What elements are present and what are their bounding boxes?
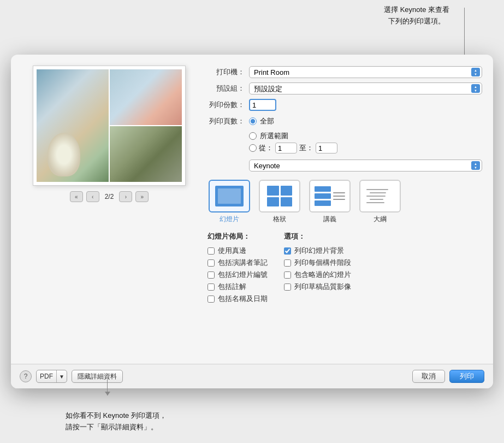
layout-annotation-label: 包括註解	[218, 282, 246, 292]
print-options-col: 選項： 列印幻燈片背景 列印每個構件階段 包含略過的幻燈片	[284, 232, 351, 304]
annotation-top-arrow	[464, 8, 465, 62]
annotation-bottom: 如你看不到 Keynote 列印選項， 請按一下「顯示詳細資料」。	[66, 410, 167, 433]
option-skipped-row: 包含略過的幻燈片	[284, 270, 351, 280]
preset-row: 預設組： 預設設定	[207, 82, 482, 95]
show-details-button[interactable]: 隱藏詳細資料	[72, 370, 123, 383]
print-type-handout-icon	[309, 180, 351, 212]
print-dialog: « ‹ 2/2 › » 打印機： Print Room 預設	[11, 55, 493, 388]
layout-options-col: 幻燈片佈局： 使用真邊 包括演講者筆記 包括幻燈片編號	[207, 232, 268, 304]
slide-icon-shape	[215, 186, 244, 206]
layout-numbers-row: 包括幻燈片編號	[207, 270, 268, 280]
option-skipped-checkbox[interactable]	[284, 271, 291, 279]
preset-label: 預設組：	[207, 84, 245, 93]
print-type-outline[interactable]: 大綱	[358, 180, 402, 224]
pages-to-label: 至：	[299, 143, 313, 153]
option-builds-checkbox[interactable]	[284, 259, 291, 267]
handout-icon-shape	[315, 186, 345, 206]
print-button[interactable]: 列印	[449, 370, 484, 383]
layout-datetime-row: 包括名稱及日期	[207, 294, 268, 304]
keynote-select[interactable]: Keynote	[249, 160, 482, 172]
printer-label: 打印機：	[207, 67, 245, 77]
nav-next-button[interactable]: ›	[119, 191, 132, 202]
option-builds-label: 列印每個構件階段	[294, 258, 351, 268]
pages-from-input[interactable]	[275, 143, 297, 153]
annotation-top: 選擇 Keynote 來查看 下列的列印選項。	[384, 4, 449, 27]
help-button[interactable]: ?	[20, 370, 32, 382]
pages-label-row: 列印頁數： 全部	[207, 115, 482, 128]
print-type-handout-label: 講義	[323, 215, 336, 224]
layout-notes-label: 包括演講者筆記	[218, 258, 268, 268]
pages-range-radio[interactable]	[249, 144, 257, 152]
pages-to-input[interactable]	[316, 143, 337, 153]
layout-bleed-label: 使用真邊	[218, 246, 246, 256]
pages-options-group: 所選範圍 從： 至：	[249, 131, 482, 153]
print-type-slide-icon	[209, 180, 250, 212]
print-type-slide-label: 幻燈片	[220, 215, 239, 224]
option-draft-checkbox[interactable]	[284, 283, 291, 291]
print-type-outline-label: 大綱	[373, 215, 387, 224]
pdf-arrow-icon: ▼	[56, 370, 67, 382]
pages-all-radio-row: 全部	[249, 116, 274, 126]
preset-select[interactable]: 預設設定	[249, 82, 482, 94]
nav-prev-button[interactable]: ‹	[86, 191, 99, 202]
pages-all-radio[interactable]	[249, 117, 257, 125]
pages-selection-radio[interactable]	[249, 132, 257, 140]
pages-selection-label: 所選範圍	[260, 131, 288, 141]
pages-label: 列印頁數：	[207, 116, 245, 126]
printer-select[interactable]: Print Room	[249, 66, 482, 78]
print-type-grid-label: 格狀	[273, 215, 286, 224]
page-indicator: 2/2	[103, 193, 116, 200]
keynote-select-wrapper: Keynote	[249, 160, 482, 172]
copies-row: 列印份數：	[207, 98, 482, 111]
pages-selection-row: 所選範圍	[249, 131, 482, 141]
keynote-row: Keynote	[207, 159, 482, 172]
layout-numbers-label: 包括幻燈片編號	[218, 270, 268, 280]
cancel-button[interactable]: 取消	[412, 370, 445, 383]
preview-page	[33, 66, 186, 186]
option-bg-label: 列印幻燈片背景	[294, 246, 344, 256]
preset-select-wrapper: 預設設定	[249, 82, 482, 94]
pdf-label: PDF	[37, 373, 56, 380]
form-panel: 打印機： Print Room 預設組： 預設設定	[207, 66, 482, 358]
grid-icon-shape	[267, 186, 292, 206]
outline-icon-shape	[366, 189, 394, 203]
layout-datetime-label: 包括名稱及日期	[218, 294, 268, 304]
print-type-handout[interactable]: 講義	[308, 180, 352, 224]
option-skipped-label: 包含略過的幻燈片	[294, 270, 351, 280]
layout-notes-row: 包括演講者筆記	[207, 258, 268, 268]
printer-row: 打印機： Print Room	[207, 66, 482, 79]
print-type-outline-icon	[359, 180, 401, 212]
option-bg-row: 列印幻燈片背景	[284, 246, 351, 256]
preview-image-bird	[37, 69, 109, 182]
layout-datetime-checkbox[interactable]	[207, 296, 215, 303]
preview-image-iguana	[110, 126, 182, 182]
print-type-grid-icon	[259, 180, 300, 212]
pages-range-row: 從： 至：	[249, 143, 482, 153]
print-type-grid[interactable]: 格狀	[258, 180, 301, 224]
pages-from-label: 從：	[259, 143, 273, 153]
dialog-footer: ? PDF ▼ 隱藏詳細資料 取消 列印	[11, 364, 493, 388]
layout-notes-checkbox[interactable]	[207, 259, 215, 267]
nav-first-button[interactable]: «	[70, 191, 83, 202]
pdf-button[interactable]: PDF ▼	[36, 370, 67, 383]
preview-panel: « ‹ 2/2 › »	[22, 66, 197, 358]
option-bg-checkbox[interactable]	[284, 247, 291, 255]
layout-numbers-checkbox[interactable]	[207, 271, 215, 279]
print-options-header: 選項：	[284, 232, 351, 241]
preview-image-flamingo	[110, 69, 182, 125]
option-draft-label: 列印草稿品質影像	[294, 282, 351, 292]
print-type-slide[interactable]: 幻燈片	[207, 180, 251, 224]
layout-bleed-checkbox[interactable]	[207, 247, 215, 255]
layout-annotation-row: 包括註解	[207, 282, 268, 292]
copies-label: 列印份數：	[207, 100, 245, 110]
pages-all-label: 全部	[260, 116, 274, 126]
annotation-bottom-arrow	[107, 379, 108, 395]
options-section: 幻燈片佈局： 使用真邊 包括演講者筆記 包括幻燈片編號	[207, 232, 482, 304]
layout-annotation-checkbox[interactable]	[207, 283, 215, 291]
printer-select-wrapper: Print Room	[249, 66, 482, 78]
option-builds-row: 列印每個構件階段	[284, 258, 351, 268]
layout-options-header: 幻燈片佈局：	[207, 232, 268, 241]
copies-input[interactable]	[249, 99, 276, 111]
print-types: 幻燈片 格狀	[207, 180, 482, 224]
nav-last-button[interactable]: »	[135, 191, 149, 202]
